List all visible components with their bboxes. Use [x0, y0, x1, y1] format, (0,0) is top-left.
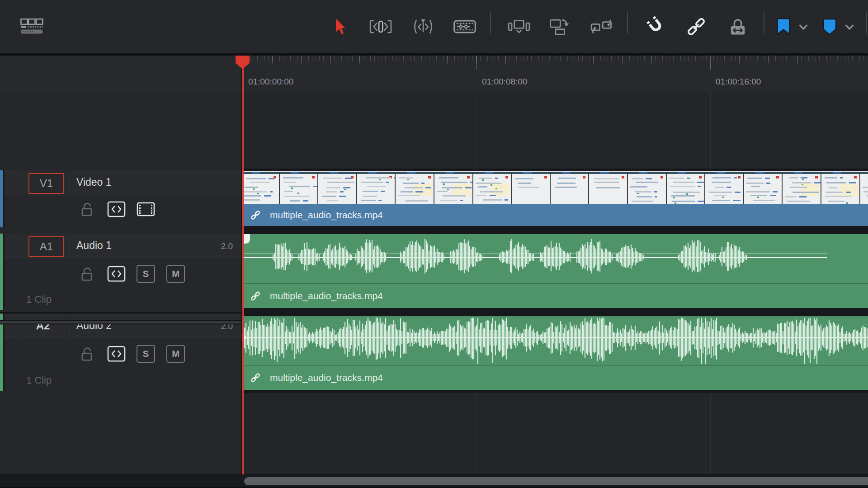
marker-button[interactable]	[820, 14, 839, 40]
track-id-label: V1	[40, 177, 53, 190]
selection-arrow-icon	[329, 16, 349, 38]
video-thumbnail	[744, 172, 783, 204]
horizontal-scrollbar[interactable]	[0, 474, 868, 488]
flag-menu-button[interactable]	[796, 14, 811, 40]
audio-clip-a1[interactable]: multiple_audio_tracks.mp4	[241, 234, 868, 308]
mute-label: M	[172, 269, 179, 279]
track-name-row: V1 Video 1	[5, 170, 241, 196]
track-header-video1: V1 Video 1	[0, 170, 241, 227]
clip-name-label: multiple_audio_tracks.mp4	[270, 210, 383, 221]
marker-icon	[821, 17, 838, 36]
track-name-row: A2 Audio 2 2.0	[5, 314, 241, 339]
insert-clip-button[interactable]	[500, 14, 538, 40]
edit-timeline-panel: 01:00:00:00 01:00:00:00 01:00:08:00 01:0…	[0, 0, 868, 488]
ruler-row: 01:00:00:00 01:00:00:00 01:00:08:00 01:0…	[0, 56, 868, 93]
column-divider	[20, 170, 20, 196]
flag-icon	[775, 17, 792, 36]
video-thumbnail	[705, 172, 744, 204]
audio-waveform-area	[241, 234, 868, 284]
scrollbar-thumb[interactable]	[244, 477, 868, 485]
auto-select-button[interactable]	[107, 345, 126, 363]
replace-clip-button[interactable]	[583, 14, 620, 40]
video-thumbnail	[589, 172, 628, 204]
replace-clip-icon	[585, 16, 618, 38]
video-thumbnail	[280, 172, 319, 204]
insert-clip-icon	[502, 16, 536, 38]
audio-clip-a2[interactable]: multiple_audio_tracks.mp4	[241, 316, 868, 390]
auto-select-button[interactable]	[107, 265, 126, 283]
dynamic-trim-mode-button[interactable]	[407, 14, 439, 40]
mute-button[interactable]: M	[166, 265, 185, 283]
track-lock-button[interactable]	[80, 202, 94, 218]
header-timeline-divider[interactable]	[241, 56, 242, 474]
column-divider	[66, 170, 66, 196]
video-thumbnail	[396, 172, 434, 204]
trim-edit-mode-button[interactable]	[364, 14, 397, 40]
thumbnail-view-button[interactable]	[137, 200, 155, 218]
video-thumbnail	[667, 172, 706, 204]
video-thumbnail	[860, 172, 868, 204]
track-controls-row: S M 1 Clip	[5, 339, 241, 391]
column-divider	[20, 259, 20, 310]
audio-clip-title-bar: multiple_audio_tracks.mp4	[241, 365, 868, 390]
ruler-label: 01:00:00:00	[248, 77, 293, 87]
video-audio-resize-divider[interactable]	[0, 320, 241, 324]
video-thumbnail	[357, 172, 396, 204]
column-divider	[66, 234, 66, 259]
marker-menu-button[interactable]	[842, 14, 857, 40]
column-divider	[20, 196, 20, 227]
timeline-view-options-button[interactable]	[17, 14, 47, 40]
toolbar-divider	[490, 12, 491, 33]
video-track-color-strip	[0, 170, 3, 227]
destination-button-a1[interactable]: A1	[28, 236, 64, 257]
solo-label: S	[143, 269, 149, 279]
solo-button[interactable]: S	[137, 265, 155, 283]
linked-selection-button[interactable]	[684, 14, 708, 40]
audio-clip-title-bar: multiple_audio_tracks.mp4	[241, 283, 868, 308]
track-gap	[241, 308, 868, 316]
timeline-area[interactable]: multiple_audio_tracks.mp4	[241, 93, 868, 474]
mute-button[interactable]: M	[166, 345, 185, 363]
track-controls-row	[5, 196, 241, 227]
audio-track-color-strip	[0, 314, 3, 391]
clip-name-label: multiple_audio_tracks.mp4	[270, 291, 383, 301]
track-lock-button[interactable]	[80, 266, 94, 282]
playhead-line[interactable]	[242, 56, 244, 474]
track-controls-row: S M 1 Clip	[5, 259, 241, 310]
position-lock-icon	[726, 15, 749, 38]
track-name-label[interactable]: Audio 1	[76, 239, 112, 252]
track-name-label[interactable]: Video 1	[76, 176, 112, 188]
solo-button[interactable]: S	[137, 345, 155, 363]
column-divider	[20, 339, 20, 391]
toolbar-divider	[627, 12, 628, 33]
ruler-label: 01:00:16:00	[716, 77, 761, 87]
selection-mode-button[interactable]	[329, 14, 349, 40]
track-id-label: A1	[40, 240, 53, 253]
track-header-panel: V1 Video 1	[0, 93, 241, 474]
audio-waveform-area	[241, 316, 868, 366]
clip-fade-handle[interactable]	[243, 234, 250, 244]
snapping-button[interactable]	[644, 14, 669, 40]
video-clip[interactable]: multiple_audio_tracks.mp4	[241, 171, 868, 226]
track-id-label[interactable]: A2	[20, 316, 66, 335]
blade-edit-mode-button[interactable]	[450, 14, 479, 40]
overwrite-clip-button[interactable]	[544, 14, 574, 40]
track-header-audio1: A1 Audio 1 2.0	[0, 234, 241, 310]
video-clip-title-bar: multiple_audio_tracks.mp4	[241, 204, 868, 226]
track-gap	[241, 226, 868, 234]
clip-count-label: 1 Clip	[26, 294, 52, 305]
auto-select-button[interactable]	[107, 200, 126, 218]
video-thumbnail	[783, 172, 821, 204]
video-thumbnail	[434, 172, 473, 204]
ruler-major-tick	[710, 56, 711, 70]
solo-label: S	[143, 349, 149, 359]
track-lock-button[interactable]	[80, 346, 94, 362]
destination-button-v1[interactable]: V1	[28, 173, 64, 194]
video-thumbnail	[318, 172, 357, 204]
timeline-ruler[interactable]: 01:00:00:00 01:00:08:00 01:00:16:00	[241, 56, 868, 93]
position-lock-button[interactable]	[725, 14, 750, 40]
clip-count-label: 1 Clip	[26, 375, 52, 386]
toolbar-divider	[866, 12, 867, 33]
flag-button[interactable]	[774, 14, 793, 40]
clip-name-label: multiple_audio_tracks.mp4	[270, 372, 383, 383]
